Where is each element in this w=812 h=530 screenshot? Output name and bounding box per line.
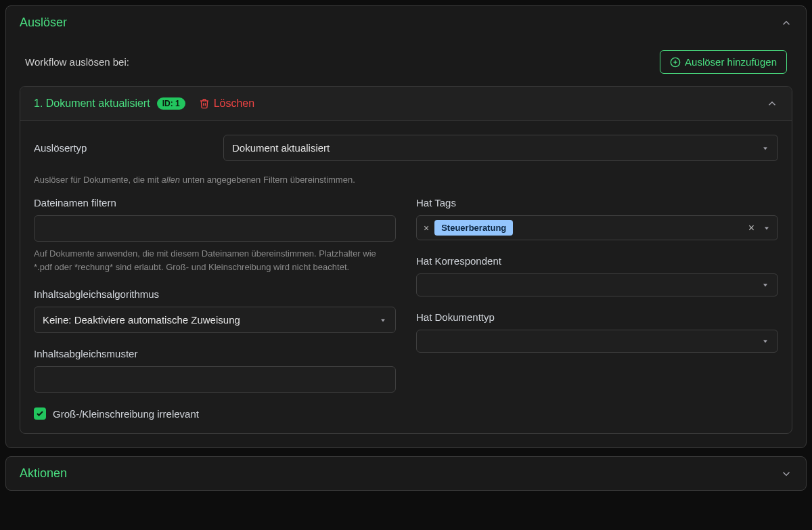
has-tags-input[interactable]: × Steuerberatung × bbox=[416, 215, 778, 240]
trash-icon bbox=[199, 98, 210, 109]
plus-circle-icon bbox=[670, 57, 681, 68]
trigger-type-label: Auslösertyp bbox=[34, 142, 223, 154]
trigger-item: 1. Dokument aktualisiert ID: 1 Löschen A… bbox=[20, 86, 792, 434]
triggers-panel-body: Workflow auslösen bei: Auslöser hinzufüg… bbox=[6, 39, 806, 447]
caret-down-icon bbox=[761, 144, 769, 152]
match-algo-select[interactable]: Keine: Deaktiviere automatische Zuweisun… bbox=[34, 307, 396, 333]
chevron-up-icon bbox=[766, 97, 778, 110]
match-algo-label: Inhaltsabgleichsalgorithmus bbox=[34, 288, 396, 300]
match-algo-value: Keine: Deaktiviere automatische Zuweisun… bbox=[43, 314, 240, 326]
match-pattern-label: Inhaltsabgleichsmuster bbox=[34, 348, 396, 359]
caret-down-icon bbox=[379, 316, 387, 324]
checkbox-checked-icon bbox=[34, 407, 46, 420]
triggers-panel-header[interactable]: Auslöser bbox=[6, 6, 806, 39]
add-trigger-label: Auslöser hinzufügen bbox=[685, 56, 777, 68]
triggers-subheader: Workflow auslösen bei: Auslöser hinzufüg… bbox=[20, 42, 792, 86]
caret-down-icon[interactable] bbox=[763, 224, 771, 232]
triggers-subtitle: Workflow auslösen bei: bbox=[25, 56, 129, 68]
chevron-up-icon bbox=[780, 17, 792, 29]
match-pattern-input[interactable] bbox=[34, 366, 396, 393]
has-doctype-select[interactable] bbox=[416, 330, 778, 353]
caret-down-icon bbox=[761, 337, 769, 345]
delete-trigger-button[interactable]: Löschen bbox=[199, 97, 255, 110]
svg-marker-5 bbox=[765, 227, 769, 229]
has-correspondent-select[interactable] bbox=[416, 273, 778, 296]
actions-panel-header[interactable]: Aktionen bbox=[6, 457, 806, 490]
case-insensitive-checkbox[interactable]: Groß-/Kleinschreibung irrelevant bbox=[34, 407, 396, 420]
right-column: Hat Tags × Steuerberatung × bbox=[416, 197, 778, 420]
trigger-form-columns: Dateinamen filtern Auf Dokumente anwende… bbox=[34, 197, 778, 420]
filter-note: Auslöser für Dokumente, die mit allen un… bbox=[34, 175, 778, 185]
left-column: Dateinamen filtern Auf Dokumente anwende… bbox=[34, 197, 396, 420]
has-doctype-label: Hat Dokumenttyp bbox=[416, 311, 778, 323]
actions-panel: Aktionen bbox=[5, 456, 807, 491]
filename-filter-input[interactable] bbox=[34, 215, 396, 242]
case-insensitive-label: Groß-/Kleinschreibung irrelevant bbox=[53, 408, 199, 420]
trigger-type-value: Dokument aktualisiert bbox=[232, 142, 330, 154]
trigger-title: 1. Dokument aktualisiert bbox=[34, 97, 150, 110]
trigger-item-header[interactable]: 1. Dokument aktualisiert ID: 1 Löschen bbox=[20, 87, 792, 121]
trigger-id-badge: ID: 1 bbox=[157, 97, 185, 110]
trigger-type-row: Auslösertyp Dokument aktualisiert bbox=[34, 135, 778, 161]
svg-marker-3 bbox=[763, 147, 767, 150]
trigger-title-wrap: 1. Dokument aktualisiert ID: 1 Löschen bbox=[34, 97, 254, 110]
add-trigger-button[interactable]: Auslöser hinzufügen bbox=[660, 50, 787, 74]
svg-marker-4 bbox=[381, 319, 385, 322]
svg-marker-7 bbox=[763, 340, 767, 343]
trigger-type-select[interactable]: Dokument aktualisiert bbox=[223, 135, 778, 161]
clear-all-tags-icon[interactable]: × bbox=[748, 222, 754, 234]
remove-tag-icon[interactable]: × bbox=[424, 223, 429, 234]
trigger-item-body: Auslösertyp Dokument aktualisiert Auslös… bbox=[20, 121, 792, 433]
has-tags-label: Hat Tags bbox=[416, 197, 778, 208]
delete-label: Löschen bbox=[214, 97, 255, 110]
tag-chip: Steuerberatung bbox=[434, 220, 513, 236]
triggers-panel: Auslöser Workflow auslösen bei: Auslöser… bbox=[5, 5, 807, 448]
filename-filter-label: Dateinamen filtern bbox=[34, 197, 396, 208]
svg-marker-6 bbox=[763, 284, 767, 287]
triggers-title: Auslöser bbox=[20, 16, 67, 30]
chevron-down-icon bbox=[780, 468, 792, 480]
actions-title: Aktionen bbox=[20, 466, 67, 481]
filename-filter-hint: Auf Dokumente anwenden, die mit diesem D… bbox=[34, 247, 396, 273]
has-correspondent-label: Hat Korrespondent bbox=[416, 255, 778, 267]
caret-down-icon bbox=[761, 281, 769, 289]
